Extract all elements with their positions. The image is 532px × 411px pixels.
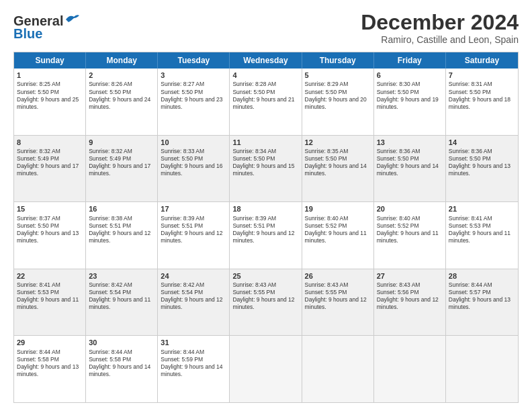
day-19: 19 Sunrise: 8:40 AM Sunset: 5:52 PM Dayl… (302, 202, 374, 269)
day-13: 13 Sunrise: 8:36 AM Sunset: 5:50 PM Dayl… (374, 136, 446, 202)
day-5: 5 Sunrise: 8:29 AM Sunset: 5:50 PM Dayli… (302, 68, 374, 135)
header-thursday: Thursday (302, 52, 374, 68)
header-tuesday: Tuesday (158, 52, 230, 68)
week-1: 1 Sunrise: 8:25 AM Sunset: 5:50 PM Dayli… (14, 68, 518, 136)
header-monday: Monday (86, 52, 158, 68)
header: General Blue December 2024 Ramiro, Casti… (13, 11, 519, 45)
header-saturday: Saturday (446, 52, 518, 68)
day-2: 2 Sunrise: 8:26 AM Sunset: 5:50 PM Dayli… (86, 68, 158, 135)
day-24: 24 Sunrise: 8:42 AM Sunset: 5:54 PM Dayl… (158, 269, 230, 336)
day-23: 23 Sunrise: 8:42 AM Sunset: 5:54 PM Dayl… (86, 269, 158, 336)
day-10: 10 Sunrise: 8:33 AM Sunset: 5:50 PM Dayl… (158, 136, 230, 202)
day-11: 11 Sunrise: 8:34 AM Sunset: 5:50 PM Dayl… (230, 136, 302, 202)
header-wednesday: Wednesday (230, 52, 302, 68)
day-20: 20 Sunrise: 8:40 AM Sunset: 5:52 PM Dayl… (374, 202, 446, 269)
day-3: 3 Sunrise: 8:27 AM Sunset: 5:50 PM Dayli… (158, 68, 230, 135)
day-9: 9 Sunrise: 8:32 AM Sunset: 5:49 PM Dayli… (86, 136, 158, 202)
week-2: 8 Sunrise: 8:32 AM Sunset: 5:49 PM Dayli… (14, 136, 518, 203)
day-30: 30 Sunrise: 8:44 AM Sunset: 5:58 PM Dayl… (86, 336, 158, 402)
day-31: 31 Sunrise: 8:44 AM Sunset: 5:59 PM Dayl… (158, 336, 230, 402)
day-27: 27 Sunrise: 8:43 AM Sunset: 5:56 PM Dayl… (374, 269, 446, 336)
day-17: 17 Sunrise: 8:39 AM Sunset: 5:51 PM Dayl… (158, 202, 230, 269)
week-5: 29 Sunrise: 8:44 AM Sunset: 5:58 PM Dayl… (14, 336, 518, 402)
day-empty-4 (446, 336, 518, 402)
day-4: 4 Sunrise: 8:28 AM Sunset: 5:50 PM Dayli… (230, 68, 302, 135)
day-6: 6 Sunrise: 8:30 AM Sunset: 5:50 PM Dayli… (374, 68, 446, 135)
day-empty-2 (302, 336, 374, 402)
logo-bird-icon (64, 13, 79, 25)
day-22: 22 Sunrise: 8:41 AM Sunset: 5:53 PM Dayl… (14, 269, 86, 336)
day-16: 16 Sunrise: 8:38 AM Sunset: 5:51 PM Dayl… (86, 202, 158, 269)
day-21: 21 Sunrise: 8:41 AM Sunset: 5:53 PM Dayl… (446, 202, 518, 269)
calendar-header: Sunday Monday Tuesday Wednesday Thursday… (14, 52, 518, 68)
day-12: 12 Sunrise: 8:35 AM Sunset: 5:50 PM Dayl… (302, 136, 374, 202)
day-1: 1 Sunrise: 8:25 AM Sunset: 5:50 PM Dayli… (14, 68, 86, 135)
day-28: 28 Sunrise: 8:44 AM Sunset: 5:57 PM Dayl… (446, 269, 518, 336)
day-26: 26 Sunrise: 8:43 AM Sunset: 5:55 PM Dayl… (302, 269, 374, 336)
logo: General Blue (13, 13, 79, 42)
day-8: 8 Sunrise: 8:32 AM Sunset: 5:49 PM Dayli… (14, 136, 86, 202)
page: General Blue December 2024 Ramiro, Casti… (0, 0, 532, 411)
day-14: 14 Sunrise: 8:36 AM Sunset: 5:50 PM Dayl… (446, 136, 518, 202)
day-7: 7 Sunrise: 8:31 AM Sunset: 5:50 PM Dayli… (446, 68, 518, 135)
day-29: 29 Sunrise: 8:44 AM Sunset: 5:58 PM Dayl… (14, 336, 86, 402)
week-4: 22 Sunrise: 8:41 AM Sunset: 5:53 PM Dayl… (14, 269, 518, 336)
day-15: 15 Sunrise: 8:37 AM Sunset: 5:50 PM Dayl… (14, 202, 86, 269)
title-block: December 2024 Ramiro, Castille and Leon,… (361, 11, 519, 45)
subtitle: Ramiro, Castille and Leon, Spain (361, 34, 519, 45)
day-18: 18 Sunrise: 8:39 AM Sunset: 5:51 PM Dayl… (230, 202, 302, 269)
calendar-body: 1 Sunrise: 8:25 AM Sunset: 5:50 PM Dayli… (14, 68, 518, 402)
month-title: December 2024 (361, 11, 519, 34)
week-3: 15 Sunrise: 8:37 AM Sunset: 5:50 PM Dayl… (14, 202, 518, 269)
logo-blue: Blue (13, 26, 42, 42)
day-25: 25 Sunrise: 8:43 AM Sunset: 5:55 PM Dayl… (230, 269, 302, 336)
day-empty-3 (374, 336, 446, 402)
header-sunday: Sunday (14, 52, 86, 68)
calendar: Sunday Monday Tuesday Wednesday Thursday… (13, 52, 519, 403)
header-friday: Friday (374, 52, 446, 68)
day-empty-1 (230, 336, 302, 402)
